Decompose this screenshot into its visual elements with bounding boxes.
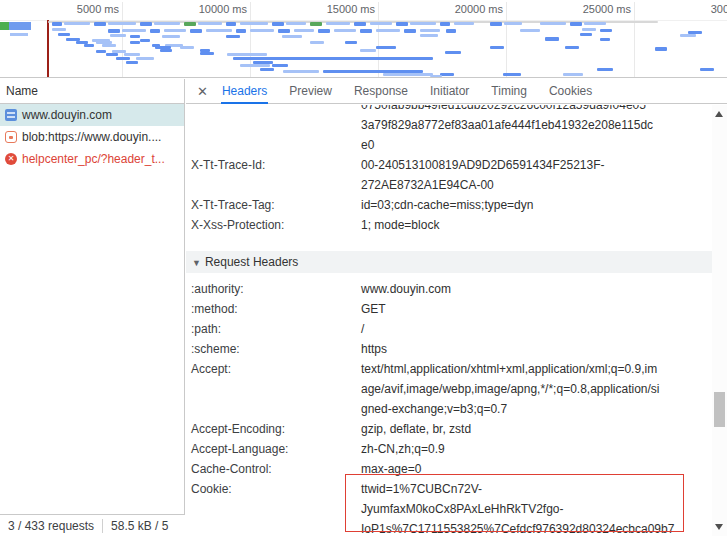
request-name: helpcenter_pc/?header_t...	[22, 152, 165, 166]
header-value: max-age=0	[361, 459, 691, 479]
header-name: :scheme:	[191, 339, 361, 359]
headers-content[interactable]: 0750fab9bb49fed1cdb20292c26c00f12a59da9f…	[186, 105, 727, 536]
vertical-scrollbar[interactable]	[712, 105, 727, 536]
header-value-line: 1; mode=block	[361, 215, 691, 235]
request-row[interactable]: www.douyin.com	[0, 104, 184, 126]
waterfall-request-bar	[136, 57, 154, 60]
load-event-line	[47, 20, 49, 77]
header-value-line: 3a79f829a8772ef83aa01afe444f1eb41932e208…	[361, 115, 691, 135]
waterfall-request-bar	[490, 46, 504, 49]
waterfall-request-bar	[420, 29, 440, 32]
request-headers-section-header[interactable]: ▼Request Headers	[186, 251, 713, 273]
header-name: Cache-Control:	[191, 459, 361, 479]
waterfall-request-bar	[440, 22, 450, 26]
waterfall-request-bar	[345, 41, 357, 44]
header-value: 00-240513100819AD9D2D6591434F25213F-272A…	[361, 155, 691, 195]
header-value-line: JyumfaxM0koCx8PAxLeHhRkTV2fgo-	[361, 499, 691, 519]
document-icon	[5, 109, 17, 121]
devtools-network-panel: 5000 ms10000 ms15000 ms20000 ms25000 ms3…	[0, 0, 727, 536]
waterfall-request-bar	[130, 35, 140, 38]
close-icon[interactable]: ✕	[197, 84, 208, 99]
timeline-gridline	[634, 2, 635, 77]
waterfall-request-bar	[360, 29, 372, 33]
request-row[interactable]: ✕helpcenter_pc/?header_t...	[0, 148, 184, 170]
header-value: 0750fab9bb49fed1cdb20292c26c00f12a59da9f…	[361, 105, 691, 155]
waterfall-request-bar	[164, 29, 186, 32]
request-name: blob:https://www.douyin....	[22, 130, 161, 144]
header-row: X-Tt-Trace-Tag:id=03;cdn-cache=miss;type…	[191, 195, 727, 215]
tab-initiator[interactable]: Initiator	[429, 79, 470, 104]
waterfall-request-bar	[318, 29, 330, 33]
waterfall-request-bar	[334, 29, 356, 32]
waterfall-request-bar	[520, 29, 540, 32]
header-value-line: ttwid=1%7CUBCn72V-	[361, 479, 691, 499]
header-row: Cookie:ttwid=1%7CUBCn72V-JyumfaxM0koCx8P…	[191, 479, 727, 536]
waterfall-request-bar	[58, 33, 70, 36]
header-value-line: www.douyin.com	[361, 279, 691, 299]
waterfall-request-bar	[286, 22, 306, 25]
waterfall-request-bar	[563, 73, 583, 76]
tab-preview[interactable]: Preview	[288, 79, 333, 104]
waterfall-request-bar	[503, 73, 521, 76]
header-row: :method:GET	[191, 299, 727, 319]
header-value: https	[361, 339, 691, 359]
waterfall-request-bar	[240, 22, 268, 25]
tab-response[interactable]: Response	[353, 79, 409, 104]
waterfall-request-bar	[122, 29, 146, 32]
request-name: www.douyin.com	[22, 108, 112, 122]
header-value-line: https	[361, 339, 691, 359]
header-value-line: /	[361, 319, 691, 339]
scrollbar-thumb[interactable]	[714, 392, 725, 427]
header-value: www.douyin.com	[361, 279, 691, 299]
header-value: text/html,application/xhtml+xml,applicat…	[361, 359, 691, 419]
scroll-down-arrow[interactable]	[715, 524, 723, 530]
waterfall-request-bar	[140, 22, 152, 26]
waterfall-request-bar	[226, 22, 236, 26]
name-column-header[interactable]: Name	[0, 79, 184, 104]
waterfall-request-bar	[240, 64, 270, 67]
waterfall-request-bar	[680, 34, 696, 37]
header-name: Cookie:	[191, 479, 361, 536]
request-row[interactable]: blob:https://www.douyin....	[0, 126, 184, 148]
waterfall-request-bar	[108, 22, 136, 25]
waterfall-request-bar	[440, 73, 454, 76]
overview-bar-blue	[9, 22, 31, 30]
header-value-line: id=03;cdn-cache=miss;type=dyn	[361, 195, 691, 215]
network-overview-waterfall[interactable]: 5000 ms10000 ms15000 ms20000 ms25000 ms3…	[0, 0, 727, 78]
header-value-line: IoP1s%7C1711553825%7Cefdcf976392d80324ec…	[361, 519, 691, 536]
waterfall-request-bar	[360, 49, 376, 52]
tab-headers[interactable]: Headers	[221, 79, 268, 104]
section-title: Request Headers	[205, 255, 298, 269]
header-row: Accept-Encoding:gzip, deflate, br, zstd	[191, 419, 727, 439]
waterfall-request-bar	[446, 29, 456, 33]
waterfall-request-bar	[233, 57, 433, 60]
network-summary-bar: 3 / 433 requests 58.5 kB / 5	[0, 514, 185, 536]
collapse-triangle-icon[interactable]: ▼	[192, 258, 201, 268]
waterfall-request-bar	[490, 22, 502, 26]
header-name	[191, 105, 361, 155]
tab-timing[interactable]: Timing	[490, 79, 528, 104]
scroll-up-arrow[interactable]	[715, 111, 723, 117]
waterfall-request-bar	[180, 46, 194, 49]
waterfall-request-bar	[282, 35, 302, 38]
waterfall-request-bar	[124, 53, 140, 56]
waterfall-request-bar	[310, 41, 324, 44]
waterfall-request-bar	[584, 22, 606, 25]
header-row: :authority:www.douyin.com	[191, 279, 727, 299]
header-row: X-Xss-Protection:1; mode=block	[191, 215, 727, 235]
timeline-tick-label: 15000 ms	[283, 3, 375, 17]
waterfall-request-bar	[108, 29, 120, 33]
header-row: :scheme:https	[191, 339, 727, 359]
waterfall-request-bar	[154, 22, 180, 25]
timeline-tick-label: 25000 ms	[539, 3, 631, 17]
details-tab-bar: ✕ HeadersPreviewResponseInitiatorTimingC…	[186, 79, 727, 104]
waterfall-request-bar	[64, 22, 90, 25]
waterfall-request-bar	[52, 22, 62, 26]
waterfall-request-bar	[370, 22, 392, 25]
waterfall-request-bar	[294, 29, 314, 32]
waterfall-request-bar	[110, 34, 126, 37]
header-value: ttwid=1%7CUBCn72V-JyumfaxM0koCx8PAxLeHhR…	[361, 479, 691, 536]
waterfall-request-bar	[260, 68, 274, 71]
waterfall-request-bar	[396, 22, 408, 26]
tab-cookies[interactable]: Cookies	[548, 79, 593, 104]
